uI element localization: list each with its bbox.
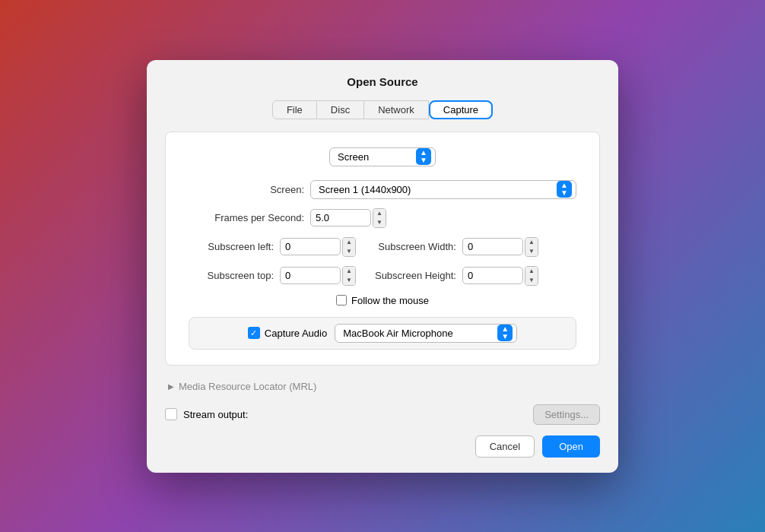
subscreen-height-increment[interactable]: ▲ bbox=[525, 267, 538, 276]
bottom-buttons: Cancel Open bbox=[165, 428, 600, 458]
fps-input[interactable]: 5.0 bbox=[310, 209, 371, 226]
screen-select[interactable]: Screen 1 (1440x900) bbox=[310, 180, 576, 199]
subscreen-row1: Subscreen left: 0 ▲ ▼ Subscreen Width: 0… bbox=[189, 237, 576, 257]
stream-output-label: Stream output: bbox=[183, 409, 248, 420]
screen-select-wrapper: Screen 1 (1440x900) ▲ ▼ bbox=[310, 180, 576, 199]
fps-label: Frames per Second: bbox=[189, 212, 310, 223]
tab-disc[interactable]: Disc bbox=[317, 100, 364, 119]
subscreen-left-decrement[interactable]: ▼ bbox=[343, 247, 355, 256]
mode-select[interactable]: Screen bbox=[329, 147, 436, 166]
fps-increment[interactable]: ▲ bbox=[373, 209, 386, 218]
capture-content: Screen ▲ ▼ Screen: Screen 1 (1440x900) ▲… bbox=[165, 131, 600, 366]
fps-decrement[interactable]: ▼ bbox=[373, 218, 386, 227]
subscreen-left-pair: Subscreen left: 0 ▲ ▼ bbox=[189, 237, 356, 257]
subscreen-height-pair: Subscreen Height: 0 ▲ ▼ bbox=[371, 266, 538, 286]
mrl-section[interactable]: ▶ Media Resource Locator (MRL) bbox=[165, 375, 600, 398]
audio-device-wrapper: MacBook Air Microphone ▲ ▼ bbox=[335, 324, 517, 343]
subscreen-top-input[interactable]: 0 bbox=[280, 267, 341, 284]
audio-checkbox-wrapper: ✓ Capture Audio bbox=[248, 327, 327, 339]
subscreen-width-decrement[interactable]: ▼ bbox=[525, 247, 538, 256]
fps-row: Frames per Second: 5.0 ▲ ▼ bbox=[189, 208, 576, 228]
stream-output-checkbox[interactable] bbox=[165, 408, 177, 420]
subscreen-row2: Subscreen top: 0 ▲ ▼ Subscreen Height: 0… bbox=[189, 266, 576, 286]
screen-label: Screen: bbox=[189, 184, 310, 195]
mode-row: Screen ▲ ▼ bbox=[189, 147, 576, 166]
dialog-title: Open Source bbox=[165, 75, 600, 88]
subscreen-height-spinner: ▲ ▼ bbox=[525, 266, 538, 286]
tab-bar: File Disc Network Capture bbox=[165, 100, 600, 119]
audio-device-select[interactable]: MacBook Air Microphone bbox=[335, 324, 517, 343]
capture-audio-label: Capture Audio bbox=[265, 328, 327, 339]
follow-mouse-label: Follow the mouse bbox=[351, 295, 429, 306]
open-source-dialog: Open Source File Disc Network Capture Sc… bbox=[147, 60, 618, 473]
follow-mouse-checkbox[interactable] bbox=[336, 295, 347, 306]
subscreen-top-pair: Subscreen top: 0 ▲ ▼ bbox=[189, 266, 356, 286]
subscreen-height-decrement[interactable]: ▼ bbox=[525, 276, 538, 285]
subscreen-width-label: Subscreen Width: bbox=[371, 241, 462, 252]
tab-network[interactable]: Network bbox=[364, 100, 429, 119]
mrl-expand-icon: ▶ bbox=[168, 382, 174, 391]
tab-file[interactable]: File bbox=[272, 100, 317, 119]
subscreen-width-spinner: ▲ ▼ bbox=[525, 237, 538, 257]
subscreen-left-increment[interactable]: ▲ bbox=[343, 238, 355, 247]
subscreen-top-label: Subscreen top: bbox=[189, 270, 280, 281]
subscreen-left-spinner: ▲ ▼ bbox=[342, 237, 356, 257]
subscreen-width-increment[interactable]: ▲ bbox=[525, 238, 538, 247]
stream-left: Stream output: bbox=[165, 408, 248, 420]
cancel-button[interactable]: Cancel bbox=[475, 435, 535, 458]
mode-select-wrapper: Screen ▲ ▼ bbox=[329, 147, 436, 166]
open-button[interactable]: Open bbox=[542, 435, 600, 458]
screen-row: Screen: Screen 1 (1440x900) ▲ ▼ bbox=[189, 180, 576, 199]
tab-capture[interactable]: Capture bbox=[429, 100, 493, 119]
settings-button[interactable]: Settings... bbox=[533, 404, 600, 425]
subscreen-left-label: Subscreen left: bbox=[189, 241, 280, 252]
subscreen-top-increment[interactable]: ▲ bbox=[343, 267, 355, 276]
subscreen-left-input[interactable]: 0 bbox=[280, 238, 341, 255]
checkmark-icon: ✓ bbox=[250, 328, 257, 338]
subscreen-top-decrement[interactable]: ▼ bbox=[343, 276, 355, 285]
audio-row: ✓ Capture Audio MacBook Air Microphone ▲… bbox=[189, 317, 576, 350]
subscreen-width-input[interactable]: 0 bbox=[462, 238, 523, 255]
subscreen-height-label: Subscreen Height: bbox=[371, 270, 462, 281]
stream-row: Stream output: Settings... bbox=[165, 398, 600, 428]
capture-audio-checkbox[interactable]: ✓ bbox=[248, 327, 260, 339]
fps-spinner: ▲ ▼ bbox=[373, 208, 386, 228]
follow-mouse-row: Follow the mouse bbox=[189, 295, 576, 306]
subscreen-width-pair: Subscreen Width: 0 ▲ ▼ bbox=[371, 237, 538, 257]
mrl-label: Media Resource Locator (MRL) bbox=[179, 381, 316, 392]
subscreen-height-input[interactable]: 0 bbox=[462, 267, 523, 284]
subscreen-top-spinner: ▲ ▼ bbox=[342, 266, 356, 286]
